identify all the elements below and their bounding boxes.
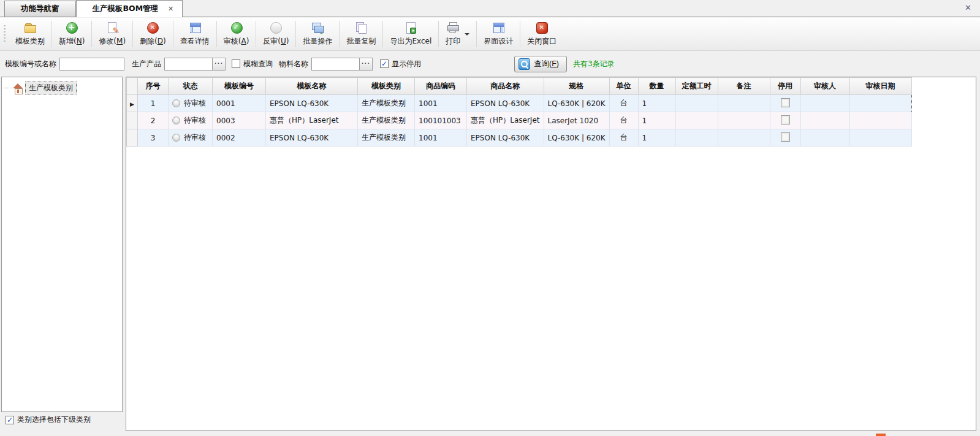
column-header[interactable]: 停用 [770, 78, 800, 95]
column-header[interactable]: 审核人 [800, 78, 849, 95]
toolbar: 模板类别新增(N)修改(M)删除(D)查看详情审核(A)反审(U)批量操作批量复… [0, 18, 980, 51]
table-row[interactable]: 2待审核0003惠普（HP）LaserJet生产模板类别100101003惠普（… [127, 112, 912, 129]
cell-template_name[interactable]: EPSON LQ-630K [266, 129, 358, 147]
cell-template_category[interactable]: 生产模板类别 [358, 112, 415, 129]
column-header[interactable]: 商品名称 [467, 78, 544, 95]
toolbar-button-design[interactable]: 界面设计 [477, 18, 520, 50]
cell-seq[interactable]: 3 [138, 129, 169, 147]
cell-product_code[interactable]: 100101003 [415, 112, 467, 129]
design-icon [492, 21, 504, 34]
cell-product_name[interactable]: 惠普（HP）LaserJet [467, 112, 544, 129]
query-button[interactable]: 查询(F) [514, 56, 567, 72]
cell-spec[interactable]: LaserJet 1020 [544, 112, 609, 129]
tree-item-production-template-category[interactable]: 生产模板类别 [25, 82, 77, 94]
home-icon [13, 83, 23, 93]
cell-auditor[interactable] [800, 112, 849, 129]
tab-function-nav[interactable]: 功能导航窗 [4, 1, 76, 17]
column-header[interactable]: 备注 [718, 78, 770, 95]
window-close-icon[interactable]: ✕ [965, 3, 971, 12]
cell-template_category[interactable]: 生产模板类别 [358, 95, 415, 112]
column-header[interactable]: 模板名称 [266, 78, 358, 95]
cell-template_name[interactable]: 惠普（HP）LaserJet [266, 112, 358, 129]
cell-disabled[interactable] [770, 112, 800, 129]
cell-unit[interactable]: 台 [609, 129, 638, 147]
cell-spec[interactable]: LQ-630K | 620K [544, 129, 609, 147]
cell-qty[interactable]: 1 [638, 95, 675, 112]
cell-seq[interactable]: 2 [138, 112, 169, 129]
product-input[interactable] [164, 58, 212, 71]
toolbar-button-folder[interactable]: 模板类别 [9, 18, 51, 50]
column-header[interactable]: 定额工时 [675, 78, 718, 95]
cell-template_code[interactable]: 0002 [213, 129, 266, 147]
toolbar-button-print[interactable]: 打印 [439, 18, 476, 50]
cell-audit_date[interactable] [849, 129, 911, 147]
material-name-input[interactable] [311, 58, 359, 71]
cell-product_code[interactable]: 1001 [415, 95, 467, 112]
include-subcategory-checkbox[interactable]: ✓ [6, 416, 14, 424]
table-row[interactable]: 3待审核0002EPSON LQ-630K生产模板类别1001EPSON LQ-… [127, 129, 912, 147]
cell-remark[interactable] [718, 112, 770, 129]
cell-disabled[interactable] [770, 95, 800, 112]
column-header[interactable]: 模板编号 [213, 78, 266, 95]
cell-disabled[interactable] [770, 129, 800, 147]
column-header[interactable]: 单位 [609, 78, 638, 95]
toolbar-grip[interactable] [4, 25, 6, 43]
cell-template_category[interactable]: 生产模板类别 [358, 129, 415, 147]
material-picker-button[interactable]: ··· [359, 58, 373, 71]
template-code-name-input[interactable] [59, 58, 124, 71]
cell-template_code[interactable]: 0003 [213, 112, 266, 129]
column-header[interactable]: 模板类别 [358, 78, 415, 95]
toolbar-button-batch[interactable]: 批量操作 [296, 18, 339, 50]
cell-auditor[interactable] [800, 129, 849, 147]
toolbar-button-details[interactable]: 查看详情 [173, 18, 216, 50]
cell-auditor[interactable] [800, 95, 849, 112]
product-picker-button[interactable]: ··· [212, 58, 226, 71]
toolbar-button-label: 关闭窗口 [527, 36, 556, 47]
cell-unit[interactable]: 台 [609, 95, 638, 112]
edit-icon [106, 21, 118, 34]
toolbar-button-edit[interactable]: 修改(M) [92, 18, 132, 50]
cell-product_code[interactable]: 1001 [415, 129, 467, 147]
toolbar-button-closewin[interactable]: 关闭窗口 [520, 18, 563, 50]
show-disabled-checkbox[interactable]: ✓ [380, 59, 389, 68]
cell-seq[interactable]: 1 [138, 95, 169, 112]
cell-product_name[interactable]: EPSON LQ-630K [467, 95, 544, 112]
column-header[interactable]: 状态 [169, 78, 213, 95]
fuzzy-query-checkbox[interactable] [232, 59, 240, 68]
cell-status[interactable]: 待审核 [169, 95, 213, 112]
cell-qty[interactable]: 1 [638, 129, 675, 147]
cell-template_name[interactable]: EPSON LQ-630K [266, 95, 358, 112]
column-header[interactable]: 商品编码 [415, 78, 467, 95]
cell-status[interactable]: 待审核 [169, 129, 213, 147]
cell-status[interactable]: 待审核 [169, 112, 213, 129]
current-row-arrow-icon: ▶ [130, 101, 134, 107]
cell-template_code[interactable]: 0001 [213, 95, 266, 112]
toolbar-button-excel[interactable]: 导出为Excel [383, 18, 438, 50]
cell-audit_date[interactable] [849, 95, 911, 112]
cell-qty[interactable]: 1 [638, 112, 675, 129]
tab-production-template-bom[interactable]: 生产模板BOM管理 ✕ [76, 0, 183, 17]
toolbar-button-delete[interactable]: 删除(D) [133, 18, 173, 50]
toolbar-button-label: 反审(U) [263, 36, 289, 47]
column-header[interactable]: 数量 [638, 78, 675, 95]
toolbar-button-copy[interactable]: 批量复制 [340, 18, 382, 50]
cell-unit[interactable]: 台 [609, 112, 638, 129]
cell-spec[interactable]: LQ-630K | 620K [544, 95, 609, 112]
toolbar-button-add[interactable]: 新增(N) [52, 18, 91, 50]
cell-std_hours[interactable] [675, 95, 718, 112]
toolbar-button-unapprove[interactable]: 反审(U) [256, 18, 295, 50]
cell-audit_date[interactable] [849, 112, 911, 129]
cell-product_name[interactable]: EPSON LQ-630K [467, 129, 544, 147]
status-pending-icon [172, 99, 180, 107]
tab-close-icon[interactable]: ✕ [168, 5, 173, 13]
column-header[interactable]: 规格 [544, 78, 609, 95]
cell-remark[interactable] [718, 95, 770, 112]
column-header[interactable]: 审核日期 [849, 78, 911, 95]
cell-remark[interactable] [718, 129, 770, 147]
table-row[interactable]: ▶1待审核0001EPSON LQ-630K生产模板类别1001EPSON LQ… [127, 95, 912, 112]
cell-std_hours[interactable] [675, 129, 718, 147]
column-header[interactable]: 序号 [138, 78, 169, 95]
dropdown-caret-icon[interactable] [465, 33, 469, 36]
cell-std_hours[interactable] [675, 112, 718, 129]
toolbar-button-approve[interactable]: 审核(A) [217, 18, 256, 50]
